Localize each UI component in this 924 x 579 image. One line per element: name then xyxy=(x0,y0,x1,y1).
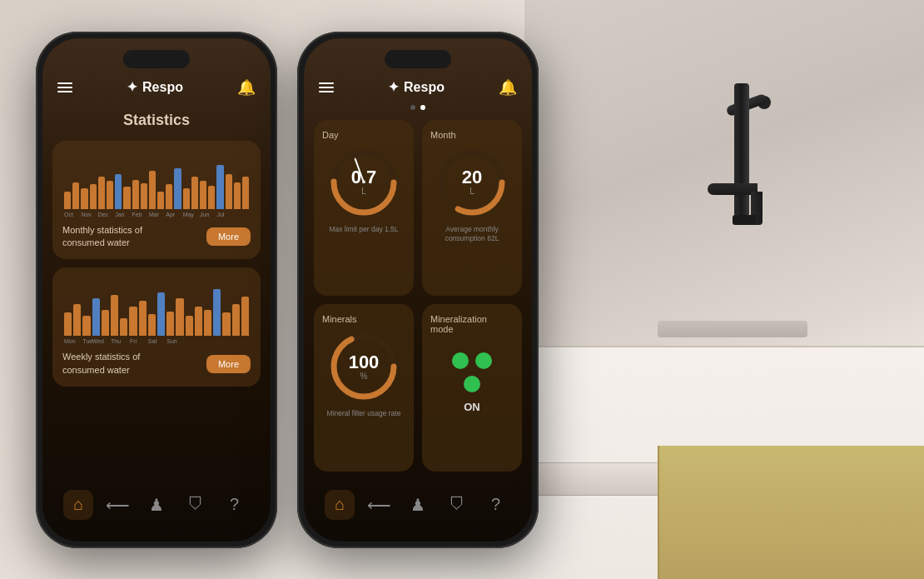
nav-home[interactable]: ⌂ xyxy=(63,490,93,520)
nav-help-2[interactable]: ? xyxy=(481,490,511,520)
menu-icon[interactable] xyxy=(57,82,72,92)
bar xyxy=(234,182,241,209)
bar xyxy=(72,182,79,209)
weekly-chart-labels: Mon Tue Wed Thu Fri Sat Sun xyxy=(62,338,251,344)
mineralization-card: Mineralizationmode ON xyxy=(422,304,522,471)
menu-icon-2[interactable] xyxy=(319,82,334,92)
mineral-dot-3 xyxy=(464,376,480,392)
phone-2-header: ✦ Respo 🔔 xyxy=(304,78,532,97)
x-label xyxy=(186,338,193,344)
app-logo: ✦ Respo xyxy=(127,79,183,95)
bar xyxy=(183,188,190,209)
minerals-subtext: Mineral filter usage rate xyxy=(327,409,401,418)
monthly-more-button[interactable]: More xyxy=(206,227,251,246)
x-label xyxy=(139,338,147,344)
bar-highlight xyxy=(216,165,223,209)
x-label: Apr xyxy=(166,212,172,217)
bar xyxy=(141,183,147,209)
month-gauge-svg xyxy=(435,145,509,220)
phone-1: ✦ Respo 🔔 Statistics xyxy=(36,32,277,548)
nav-filter-2[interactable]: ⟵ xyxy=(364,490,394,520)
dot-1 xyxy=(410,105,415,110)
nav-help[interactable]: ? xyxy=(220,490,250,520)
month-card-center: 20 L Average monthly consumption 62L xyxy=(430,145,514,288)
bar-highlight xyxy=(157,292,165,337)
minerals-card: Minerals 100 % xyxy=(314,304,414,471)
x-label: Mar xyxy=(149,212,156,217)
day-card-center: 0.7 L Max limit per day 1.5L xyxy=(322,145,405,288)
nav-cart-2[interactable]: ⛉ xyxy=(442,490,472,520)
x-label xyxy=(213,338,221,344)
x-label xyxy=(204,338,211,344)
x-label xyxy=(107,212,113,217)
bar xyxy=(132,180,139,209)
mineral-dot-1 xyxy=(452,352,469,369)
svg-line-2 xyxy=(355,158,364,182)
weekly-more-button[interactable]: More xyxy=(206,355,251,373)
x-label: Nov xyxy=(81,212,87,217)
nav-person[interactable]: ♟ xyxy=(142,490,171,520)
bar xyxy=(102,310,109,337)
day-gauge-svg xyxy=(326,145,401,220)
day-subtext: Max limit per day 1.5L xyxy=(329,225,398,234)
sink xyxy=(658,321,807,337)
phone-2-bottom-nav: ⌂ ⟵ ♟ ⛉ ? xyxy=(304,482,532,528)
month-subtext: Average monthly consumption 62L xyxy=(430,225,514,243)
bar xyxy=(222,312,230,336)
x-label xyxy=(72,212,79,217)
bar xyxy=(208,186,215,209)
nav-cart[interactable]: ⛉ xyxy=(181,490,211,520)
x-label: Dec xyxy=(98,212,105,217)
weekly-card-footer: Weekly statistics ofconsumed water More xyxy=(62,351,251,377)
bar xyxy=(98,177,105,209)
bar xyxy=(157,192,164,209)
bar-highlight xyxy=(213,289,221,336)
mineralization-center: ON xyxy=(430,339,514,462)
bar xyxy=(120,318,127,336)
nav-filter[interactable]: ⟵ xyxy=(102,490,132,520)
x-label xyxy=(234,212,241,217)
x-label: Sat xyxy=(148,338,156,344)
x-label xyxy=(157,212,164,217)
bar xyxy=(200,181,206,209)
bar xyxy=(64,312,72,336)
app-name-2: Respo xyxy=(404,80,445,95)
bar xyxy=(107,181,113,209)
bar xyxy=(166,312,174,336)
minerals-card-title: Minerals xyxy=(322,314,357,324)
bell-icon[interactable]: 🔔 xyxy=(237,78,256,97)
bar xyxy=(226,174,232,209)
mineralization-title: Mineralizationmode xyxy=(430,314,487,334)
x-label xyxy=(222,338,230,344)
bar-highlight xyxy=(115,174,122,209)
bell-icon-2[interactable]: 🔔 xyxy=(499,78,517,97)
x-label xyxy=(141,212,147,217)
faucet xyxy=(674,67,774,300)
bar xyxy=(73,304,81,337)
faucet-neck xyxy=(708,183,758,195)
month-card: Month 20 L xyxy=(422,120,522,297)
x-label xyxy=(174,212,181,217)
phone-1-bottom-nav: ⌂ ⟵ ♟ ⛉ ? xyxy=(42,482,271,528)
nav-home-2[interactable]: ⌂ xyxy=(325,490,355,520)
bar xyxy=(241,297,249,337)
bar xyxy=(242,177,249,209)
x-label: Feb xyxy=(132,212,139,217)
x-label xyxy=(102,338,109,344)
x-label xyxy=(90,212,97,217)
bar xyxy=(195,307,202,336)
x-label: Wed xyxy=(92,338,100,344)
bar xyxy=(148,314,156,337)
bar xyxy=(81,188,87,209)
desk-scene xyxy=(524,0,924,579)
bar xyxy=(90,184,97,208)
phone-1-header: ✦ Respo 🔔 xyxy=(42,78,271,97)
day-card: Day 0.7 L xyxy=(314,120,414,297)
nav-person-2[interactable]: ♟ xyxy=(403,490,433,520)
bar xyxy=(232,304,240,337)
x-label: Fri xyxy=(129,338,137,344)
x-label xyxy=(176,338,183,344)
x-label xyxy=(123,212,130,217)
bar-highlight xyxy=(174,168,181,209)
bar xyxy=(82,316,90,337)
